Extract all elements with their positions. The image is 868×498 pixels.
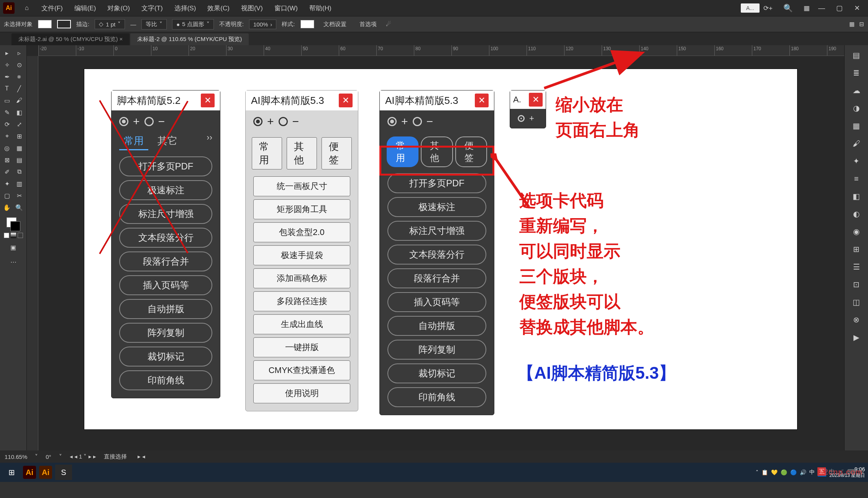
document-tab[interactable]: 未标题-2 @ 110.65 % (CMYK/CPU 预览) <box>130 33 249 45</box>
tab-common[interactable]: 常用 <box>252 137 282 169</box>
tray-app-icon[interactable]: 🟢 <box>781 469 787 475</box>
script-button[interactable]: 插入页码等 <box>387 292 486 312</box>
layers-panel-icon[interactable]: ≣ <box>850 66 863 80</box>
collapse-radio-icon[interactable] <box>279 117 288 126</box>
artboard-nav[interactable]: ◂ ◂ 1 ˅ ▸ ▸ <box>70 453 96 460</box>
home-icon[interactable]: ⌂ <box>21 3 32 13</box>
edit-toolbar-icon[interactable]: ⋯ <box>8 256 19 267</box>
illustrator-taskbar-icon[interactable]: Ai <box>23 466 36 479</box>
pathfinder-panel-icon[interactable]: ◫ <box>850 295 863 309</box>
script-button[interactable]: 印前角线 <box>387 387 486 407</box>
close-icon[interactable]: ✕ <box>339 94 353 107</box>
script-button[interactable]: 文本段落分行 <box>119 228 212 248</box>
workspace-switcher-icon[interactable]: ▦ <box>804 4 810 12</box>
screen-mode-icon[interactable]: ▣ <box>8 242 19 253</box>
script-button[interactable]: 多段路径连接 <box>253 291 350 311</box>
illustrator-taskbar-icon[interactable]: Ai <box>39 466 52 479</box>
menu-edit[interactable]: 编辑(E) <box>72 3 98 13</box>
actions-panel-icon[interactable]: ▶ <box>850 330 863 344</box>
script-button[interactable]: 印前角线 <box>119 370 212 390</box>
script-button[interactable]: 自动拼版 <box>119 299 212 319</box>
rectangle-tool-icon[interactable]: ▭ <box>2 95 12 106</box>
menu-type[interactable]: 文字(T) <box>139 3 165 13</box>
script-button[interactable]: 一键拼版 <box>253 337 350 357</box>
transform-panel-icon[interactable]: ⊡ <box>850 278 863 291</box>
shaper-tool-icon[interactable]: ✎ <box>2 107 12 118</box>
hand-tool-icon[interactable]: ✋ <box>2 202 12 213</box>
script-button[interactable]: 阵列复制 <box>119 323 212 343</box>
color-panel-icon[interactable]: ◑ <box>850 101 863 115</box>
libraries-panel-icon[interactable]: ☁ <box>850 84 863 97</box>
minimize-button[interactable]: — <box>814 3 830 13</box>
document-setup-button[interactable]: 文档设置 <box>320 20 350 29</box>
align-panel-icon[interactable]: ☰ <box>850 260 863 274</box>
script-button[interactable]: 包装盒型2.0 <box>253 222 350 242</box>
start-button[interactable]: ⊞ <box>3 465 20 480</box>
align-icon[interactable]: ☄ <box>386 21 391 28</box>
menu-object[interactable]: 对象(O) <box>105 3 132 13</box>
script-button[interactable]: 使用说明 <box>253 383 350 403</box>
none-mode-icon[interactable] <box>18 233 23 238</box>
script-button[interactable]: 极速手提袋 <box>253 245 350 265</box>
menu-view[interactable]: 视图(V) <box>239 3 265 13</box>
expand-radio-icon[interactable] <box>518 115 525 122</box>
script-button[interactable]: 生成出血线 <box>253 314 350 334</box>
docked-mini-panel[interactable]: A... <box>741 3 760 13</box>
script-button[interactable]: 裁切标记 <box>387 363 486 383</box>
artboard-tool-icon[interactable]: ▢ <box>2 190 12 201</box>
document-tab[interactable]: 未标题-2.ai @ 50 % (CMYK/CPU 预览) × <box>11 33 130 45</box>
zoom-tool-icon[interactable]: 🔍 <box>14 202 25 213</box>
canvas-area[interactable]: -20-100102030405060708090100110120130140… <box>27 45 868 450</box>
transparency-panel-icon[interactable]: ◐ <box>850 207 863 221</box>
tray-app-icon[interactable]: 💛 <box>771 469 778 475</box>
expand-radio-icon[interactable] <box>253 117 263 126</box>
symbols-panel-icon[interactable]: ✦ <box>850 154 863 168</box>
script-button[interactable]: 添加画稿色标 <box>253 268 350 288</box>
graph-tool-icon[interactable]: ▥ <box>14 178 25 189</box>
blend-tool-icon[interactable]: ⧉ <box>14 166 25 177</box>
gradient-mode-icon[interactable] <box>11 233 16 238</box>
perspective-tool-icon[interactable]: ▦ <box>14 143 25 153</box>
tab-notes[interactable]: 便签 <box>322 137 352 169</box>
opacity-input[interactable]: 100%› <box>249 20 276 29</box>
gradient-panel-icon[interactable]: ◧ <box>850 189 863 203</box>
preferences-button[interactable]: 首选项 <box>356 20 381 29</box>
brushes-panel-icon[interactable]: 🖌 <box>850 136 863 150</box>
search-icon[interactable]: 🔍 <box>776 3 800 13</box>
script-button[interactable]: 极速标注 <box>387 197 486 217</box>
curvature-tool-icon[interactable]: ⎈ <box>14 71 25 82</box>
tab-other[interactable]: 其他 <box>287 137 317 169</box>
expand-radio-icon[interactable] <box>387 117 397 126</box>
gradient-tool-icon[interactable]: ▤ <box>14 154 25 165</box>
paintbrush-tool-icon[interactable]: 🖌 <box>14 95 25 106</box>
script-button[interactable]: 统一画板尺寸 <box>253 176 350 196</box>
tray-chevron-icon[interactable]: ˄ <box>756 469 758 475</box>
stroke-panel-icon[interactable]: ≡ <box>850 172 863 186</box>
script-button[interactable]: 阵列复制 <box>387 340 486 360</box>
brush-select[interactable]: ●5 点圆形˅ <box>172 19 214 30</box>
script-button[interactable]: 裁切标记 <box>119 347 212 367</box>
script-button[interactable]: 文本段落分行 <box>387 245 486 265</box>
line-tool-icon[interactable]: ╱ <box>14 83 25 94</box>
script-button[interactable]: 插入页码等 <box>119 275 212 295</box>
close-icon[interactable]: ✕ <box>201 94 215 107</box>
magic-wand-tool-icon[interactable]: ✧ <box>2 59 12 70</box>
swatches-panel-icon[interactable]: ▦ <box>850 119 863 133</box>
menu-window[interactable]: 窗口(W) <box>272 3 300 13</box>
script-button[interactable]: 打开多页PDF <box>387 173 486 193</box>
close-button[interactable]: ✕ <box>849 3 865 13</box>
mesh-tool-icon[interactable]: ⊠ <box>2 154 12 165</box>
free-transform-tool-icon[interactable]: ⊞ <box>14 131 25 141</box>
tray-app-icon[interactable]: 🔵 <box>790 469 797 475</box>
script-button[interactable]: 自动拼版 <box>387 316 486 336</box>
fill-swatch[interactable] <box>38 20 52 28</box>
properties-panel-icon[interactable]: ▤ <box>850 48 863 62</box>
symbol-sprayer-tool-icon[interactable]: ✦ <box>2 178 12 189</box>
width-tool-icon[interactable]: ⌖ <box>2 131 12 141</box>
close-icon[interactable]: ✕ <box>475 94 489 107</box>
slice-tool-icon[interactable]: ✂ <box>14 190 25 201</box>
selection-tool-icon[interactable]: ▸ <box>2 48 12 58</box>
collapse-radio-icon[interactable] <box>144 117 154 126</box>
maximize-button[interactable]: ▢ <box>831 3 847 13</box>
close-icon[interactable]: ✕ <box>529 93 543 107</box>
